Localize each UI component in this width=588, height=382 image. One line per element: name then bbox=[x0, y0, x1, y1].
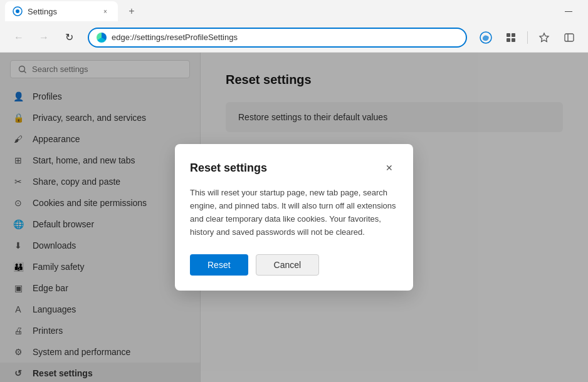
minimize-button[interactable]: — bbox=[554, 1, 583, 21]
nav-right-icons bbox=[475, 26, 580, 49]
tab-close-button[interactable]: × bbox=[100, 6, 110, 16]
edge-logo-button[interactable] bbox=[475, 26, 497, 49]
forward-button[interactable]: → bbox=[33, 26, 55, 49]
new-tab-button[interactable]: + bbox=[123, 3, 140, 20]
dialog-close-button[interactable]: ✕ bbox=[381, 159, 398, 177]
dialog-overlay: Reset settings ✕ This will reset your st… bbox=[0, 53, 588, 382]
edge-icon bbox=[97, 33, 107, 43]
titlebar: Settings × + — bbox=[0, 0, 588, 23]
svg-point-1 bbox=[16, 9, 19, 13]
navbar: ← → ↻ edge://settings/resetProfileSettin… bbox=[0, 23, 588, 53]
tab-label: Settings bbox=[28, 7, 57, 16]
dialog-actions: Reset Cancel bbox=[190, 254, 398, 276]
tab-settings-icon bbox=[13, 6, 23, 16]
browser-tab[interactable]: Settings × bbox=[5, 1, 118, 21]
nav-divider bbox=[527, 31, 528, 44]
dialog-header: Reset settings ✕ bbox=[190, 159, 398, 177]
dialog-body: This will reset your startup page, new t… bbox=[190, 187, 398, 239]
favorites-button[interactable] bbox=[533, 26, 555, 49]
svg-rect-5 bbox=[507, 38, 510, 42]
svg-rect-6 bbox=[512, 38, 515, 42]
refresh-button[interactable]: ↻ bbox=[58, 26, 80, 49]
svg-rect-4 bbox=[512, 33, 515, 37]
dialog-title: Reset settings bbox=[190, 162, 267, 175]
svg-rect-3 bbox=[507, 33, 510, 37]
cancel-button[interactable]: Cancel bbox=[256, 254, 320, 276]
sidebar-toggle[interactable] bbox=[558, 26, 580, 49]
svg-rect-7 bbox=[565, 34, 574, 41]
reset-dialog: Reset settings ✕ This will reset your st… bbox=[175, 144, 413, 290]
collections-button[interactable] bbox=[500, 26, 522, 49]
address-bar[interactable]: edge://settings/resetProfileSettings bbox=[88, 28, 467, 48]
address-text: edge://settings/resetProfileSettings bbox=[112, 33, 458, 42]
back-button[interactable]: ← bbox=[8, 26, 30, 49]
reset-button[interactable]: Reset bbox=[190, 254, 248, 276]
